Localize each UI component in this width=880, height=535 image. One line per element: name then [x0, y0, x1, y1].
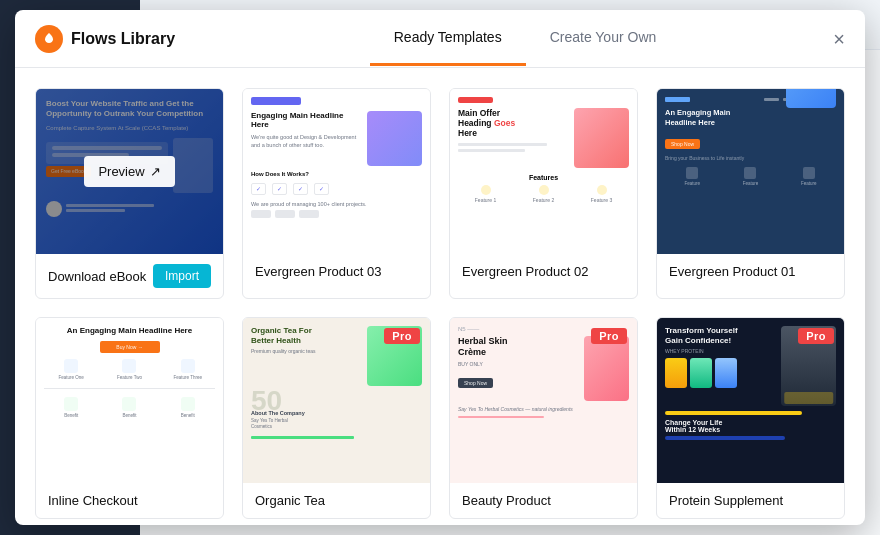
tab-ready-templates[interactable]: Ready Templates [370, 11, 526, 66]
template-footer-tea: Organic Tea [243, 483, 430, 518]
import-button-ebook[interactable]: Import [153, 264, 211, 288]
templates-grid: Boost Your Website Traffic and Get the O… [35, 88, 845, 519]
flows-logo-icon [35, 25, 63, 53]
template-thumbnail-ev02: Main OfferHeading GoesHere Features [450, 89, 637, 254]
template-name-protein: Protein Supplement [669, 493, 783, 508]
template-name-checkout: Inline Checkout [48, 493, 138, 508]
modal-tabs: Ready Templates Create Your Own [205, 11, 845, 66]
template-card-download-ebook[interactable]: Boost Your Website Traffic and Get the O… [35, 88, 224, 299]
template-footer-ev02: Evergreen Product 02 [450, 254, 637, 289]
template-footer-ev01: Evergreen Product 01 [657, 254, 844, 289]
modal-body: Boost Your Website Traffic and Get the O… [15, 68, 865, 525]
flows-library-modal: Flows Library Ready Templates Create You… [15, 10, 865, 525]
template-card-ev01[interactable]: An Engaging MainHeadline Here Shop Now B… [656, 88, 845, 299]
template-name-ev03: Evergreen Product 03 [255, 264, 381, 279]
tab-create-your-own[interactable]: Create Your Own [526, 11, 681, 66]
template-name-ebook: Download eBook [48, 269, 146, 284]
template-thumbnail-protein: Transform YourselfGain Confidence! WHEY … [657, 318, 844, 483]
modal-close-button[interactable]: × [829, 25, 849, 53]
template-name-ev02: Evergreen Product 02 [462, 264, 588, 279]
template-card-ev02[interactable]: Main OfferHeading GoesHere Features [449, 88, 638, 299]
template-thumbnail-beauty: N5 —— Herbal SkinCrème BUY ONLY Shop Now… [450, 318, 637, 483]
template-thumbnail-ev01: An Engaging MainHeadline Here Shop Now B… [657, 89, 844, 254]
template-card-ev03[interactable]: Engaging Main Headline Here We're quite … [242, 88, 431, 299]
preview-label: Preview [98, 164, 144, 179]
template-name-ev01: Evergreen Product 01 [669, 264, 795, 279]
template-footer-ebook: Download eBook Import [36, 254, 223, 298]
preview-button-ebook[interactable]: Preview ↗ [84, 156, 174, 187]
template-footer-beauty: Beauty Product [450, 483, 637, 518]
template-name-beauty: Beauty Product [462, 493, 551, 508]
template-thumbnail-ev03: Engaging Main Headline Here We're quite … [243, 89, 430, 254]
template-thumbnail-ebook: Boost Your Website Traffic and Get the O… [36, 89, 223, 254]
modal-title: Flows Library [71, 30, 175, 48]
pro-badge-protein: Pro [798, 328, 834, 344]
template-thumbnail-tea: Organic Tea ForBetter Health Premium qua… [243, 318, 430, 483]
template-footer-checkout: Inline Checkout [36, 483, 223, 518]
template-card-protein-supplement[interactable]: Transform YourselfGain Confidence! WHEY … [656, 317, 845, 519]
pro-badge-beauty: Pro [591, 328, 627, 344]
preview-overlay-ebook: Preview ↗ [36, 89, 223, 254]
pro-badge-tea: Pro [384, 328, 420, 344]
template-name-tea: Organic Tea [255, 493, 325, 508]
template-card-inline-checkout[interactable]: An Engaging Main Headline Here Buy Now →… [35, 317, 224, 519]
template-thumbnail-checkout: An Engaging Main Headline Here Buy Now →… [36, 318, 223, 483]
template-footer-protein: Protein Supplement [657, 483, 844, 518]
modal-logo: Flows Library [35, 25, 175, 53]
template-card-organic-tea[interactable]: Organic Tea ForBetter Health Premium qua… [242, 317, 431, 519]
template-card-beauty-product[interactable]: N5 —— Herbal SkinCrème BUY ONLY Shop Now… [449, 317, 638, 519]
template-footer-ev03: Evergreen Product 03 [243, 254, 430, 289]
modal-header: Flows Library Ready Templates Create You… [15, 10, 865, 68]
